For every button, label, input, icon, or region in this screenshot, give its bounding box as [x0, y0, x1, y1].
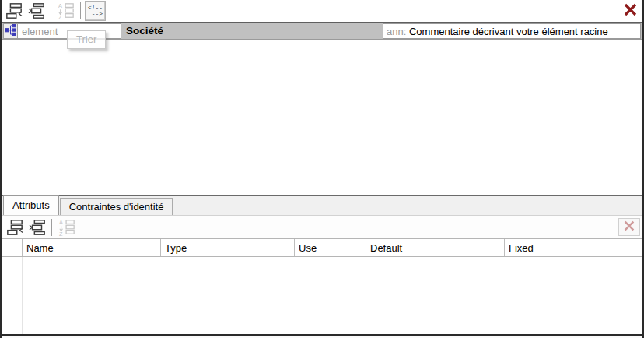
- attributes-grid-body: [2, 257, 642, 334]
- annotation-text: Commentaire décrivant votre élément raci…: [409, 26, 608, 37]
- element-tree-icon-box: [3, 23, 18, 39]
- close-x-icon: [623, 3, 638, 19]
- svg-text:Z: Z: [58, 14, 61, 19]
- column-header-default: Default: [366, 239, 504, 256]
- append-row-icon: [28, 2, 45, 19]
- close-button[interactable]: [620, 2, 640, 20]
- attr-close-button-disabled[interactable]: [618, 218, 640, 236]
- element-name[interactable]: Société: [126, 25, 163, 37]
- annotation-prefix: ann:: [387, 26, 406, 37]
- svg-text:A: A: [58, 219, 62, 226]
- element-content-pane: [2, 40, 642, 195]
- tab-attributs[interactable]: Attributs: [3, 195, 59, 215]
- insert-row-button[interactable]: [3, 1, 24, 21]
- column-header-type: Type: [160, 239, 294, 256]
- attr-insert-row-button[interactable]: [4, 217, 25, 238]
- element-toolbar: A Z <!-- -->: [2, 0, 642, 23]
- toolbar-separator: [80, 2, 81, 19]
- bottom-tab-bar: Attributs Contraintes d'identité: [2, 196, 642, 216]
- insert-row-icon: [6, 219, 23, 236]
- sort-button-disabled[interactable]: A Z: [55, 1, 76, 21]
- sort-az-icon: A Z: [58, 2, 75, 19]
- attr-sort-button-disabled[interactable]: A Z: [56, 217, 77, 238]
- column-header-fixed: Fixed: [504, 239, 642, 256]
- svg-text:A: A: [58, 2, 61, 9]
- append-row-icon: [29, 219, 46, 236]
- toolbar-separator: [51, 219, 52, 236]
- insert-row-icon: [5, 2, 23, 19]
- sort-az-icon: A Z: [58, 219, 75, 236]
- append-row-button[interactable]: [26, 1, 47, 21]
- schema-element-editor-window: A Z <!-- -->: [0, 0, 644, 338]
- column-header-name: Name: [22, 239, 160, 256]
- row-selector-column-header: [2, 239, 22, 256]
- column-header-use: Use: [294, 239, 366, 256]
- annotation-field[interactable]: ann: Commentaire décrivant votre élément…: [383, 23, 641, 39]
- attributes-toolbar: A Z: [2, 216, 642, 238]
- toolbar-separator: [51, 2, 51, 19]
- close-x-icon: [623, 220, 635, 234]
- comment-button[interactable]: <!-- -->: [85, 1, 106, 21]
- comment-icon: <!-- -->: [88, 5, 103, 17]
- sort-tooltip: Trier: [67, 30, 106, 49]
- element-tree-icon: [5, 24, 16, 38]
- element-kind-label: element: [22, 26, 58, 37]
- attributes-grid-header: Name Type Use Default Fixed: [2, 238, 642, 257]
- tab-contraintes-identite[interactable]: Contraintes d'identité: [60, 198, 173, 215]
- svg-text:Z: Z: [58, 231, 62, 236]
- row-selector-divider: [22, 257, 23, 334]
- attr-append-row-button[interactable]: [26, 217, 47, 238]
